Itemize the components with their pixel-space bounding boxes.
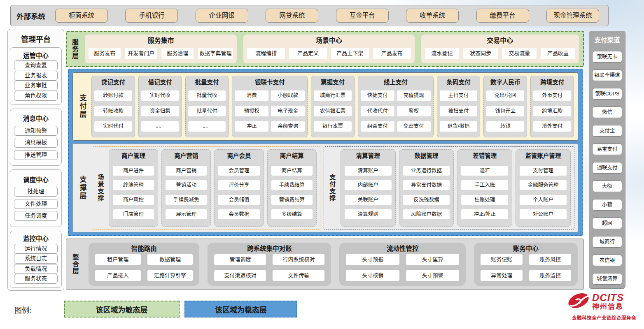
integration-item-button: 租户管理	[95, 254, 141, 265]
service-group-items: 流水登记状态同步交易流量产品收益	[425, 46, 575, 61]
integration-group-items: 租户管理数据管理产品接入汇路计算引擎	[95, 254, 193, 283]
integration-item-button: 行内系统核对	[273, 254, 324, 265]
support-item-button: 反洗钱数据	[403, 195, 450, 205]
external-system-button: 企业网银	[196, 9, 248, 23]
management-group-title: 监控中心	[12, 233, 59, 243]
service-item-button: 产品定义	[289, 48, 327, 59]
service-item-button: 流程编排	[247, 48, 285, 59]
integration-item-button: 头寸预报	[346, 254, 399, 265]
support-item-button: 评价分享	[218, 180, 259, 190]
management-group-title: 运管中心	[12, 50, 59, 60]
support-column-items: 支付管理金融服务管理个人账户对公账户	[518, 161, 568, 224]
payment-item-button: 外币支付	[533, 90, 571, 101]
management-item-button: 推送管理	[14, 150, 58, 160]
external-system-button: 手机银行	[125, 9, 178, 23]
payment-item-button: 转账付款	[94, 90, 132, 101]
integration-group-items: 头寸预报头寸匡算头寸核销头寸预警	[346, 254, 459, 283]
payment-support-label: 支付支撑	[327, 149, 337, 227]
support-item-button: 商户营销	[166, 166, 207, 176]
payment-item-button: 电子现金	[271, 106, 305, 116]
external-systems-bar: 外部系统 柜面系统手机银行企业网银网贷系统互金平台收单系统缴费平台现金管理系统	[10, 5, 609, 26]
payment-item-button: 批量代付	[188, 106, 226, 116]
support-item-button: 展示管理	[166, 209, 207, 219]
payment-column-items: 消费小额取款预授权电子现金冲正余额查询	[235, 88, 305, 134]
support-column: 商户营销商户营销营销活动手续费减免展示管理	[161, 149, 211, 227]
service-layer: 服务层 服务集市服务发布开发者门户服务治理数据字典管理场景中心流程编排产品定义产…	[66, 31, 584, 67]
integration-group: 跨系统集中对账管理调度行内系统核对支付渠道核对文件传输	[208, 243, 331, 286]
integration-item-button: 数据管理	[147, 254, 193, 265]
service-item-button: 产品上下架	[331, 48, 369, 59]
management-item-button: 批处理	[14, 187, 58, 197]
support-column: 清算管理清算账户内部账户关联账户清算规则	[341, 149, 396, 227]
payment-item-button: 鉴权	[397, 106, 431, 116]
support-item-button: 商户进件	[113, 166, 154, 176]
support-item-button: 冲正/补正	[461, 209, 508, 219]
support-column: 商户管理商户进件终端管理商户风控门店管理	[109, 149, 158, 227]
payment-item-button: 转钱	[486, 121, 524, 132]
service-item-button: 产品发布	[373, 48, 411, 59]
support-column: 数据管理业务运行数据异常支付数据反洗钱数据风险账户数据	[399, 149, 454, 227]
support-column-title: 商户结算	[270, 151, 314, 161]
payment-item-button: 退货/撤销	[440, 121, 478, 132]
management-item-button: 业务报表	[14, 71, 58, 81]
payment-channels-title: 支付渠道	[592, 35, 622, 44]
channel-button: 通联支付	[592, 162, 622, 174]
service-group: 交易中心流水登记状态同步交易流量产品收益	[421, 35, 579, 63]
management-item-button: 通知预警	[14, 126, 58, 136]
payment-column: 跨境支付外币支付跨境汇款境外支付	[530, 76, 574, 137]
stable-layer-container: 支付层 贷记支付转账付款转账收款实时代付借记支付实时代收资金归集。。批量支付批量…	[68, 69, 583, 236]
channel-button: 城银清算	[592, 273, 622, 285]
integration-groups: 智能路由租户管理数据管理产品接入汇路计算引擎跨系统集中对账管理调度行内系统核对支…	[89, 243, 578, 286]
payment-item-button: 消费	[235, 90, 268, 101]
management-platform-title: 管理平台	[10, 33, 62, 44]
payment-column-title: 线上支付	[361, 77, 431, 88]
payment-column-items: 城商行汇票农信银汇票银行本票	[314, 88, 352, 134]
integration-item-button: 头寸预警	[406, 270, 459, 281]
support-column: 商户会员会员管理评价分享会员储值会员数据	[214, 149, 264, 227]
support-item-button: 会员储值	[218, 195, 259, 205]
payment-layer: 支付层 贷记支付转账付款转账收款实时代付借记支付实时代收资金归集。。批量支付批量…	[72, 72, 578, 141]
payment-item-button: 免密支付	[397, 121, 431, 132]
management-item-button: 服务状态	[14, 274, 58, 284]
channel-button: 银联CUPS	[592, 88, 622, 100]
payment-column: 贷记支付转账付款转账收款实时代付	[91, 76, 135, 137]
payment-item-button: 预授权	[235, 106, 268, 116]
payment-column: 票据支付城商行汇票农信银汇票银行本票	[311, 76, 355, 137]
payment-column-title: 借记支付	[141, 77, 179, 88]
integration-layer: 整合层 智能路由租户管理数据管理产品接入汇路计算引擎跨系统集中对账管理调度行内系…	[66, 239, 584, 290]
payment-item-button: 代收代付	[361, 106, 394, 116]
scene-support-label: 场景支撑	[96, 149, 105, 227]
integration-group-items: 账务记账账务风控异常处理账务监控	[481, 254, 571, 283]
service-item-button: 交易流量	[502, 48, 537, 59]
service-group-title: 服务集市	[89, 36, 233, 46]
service-item-button: 状态同步	[463, 48, 498, 59]
integration-group: 智能路由租户管理数据管理产品接入汇路计算引擎	[89, 243, 199, 286]
management-item-button: 系统日志	[14, 254, 58, 264]
service-item-button: 服务治理	[161, 48, 194, 59]
support-item-button: 业务运行数据	[403, 166, 450, 176]
support-column-items: 业务运行数据异常支付数据反洗钱数据风险账户数据	[401, 161, 452, 224]
service-item-button: 流水登记	[425, 48, 460, 59]
support-item-button: 清算账户	[345, 166, 392, 176]
channel-button: 农信银	[592, 255, 622, 266]
support-column-items: 商户结算手续费结算营销费结算多级结算	[270, 161, 314, 224]
channel-button: 银联无卡	[592, 51, 622, 63]
payment-column-items: 转账付款转账收款实时代付	[94, 88, 132, 134]
channel-button: 大额	[592, 181, 622, 192]
integration-item-button: 头寸核销	[346, 270, 399, 281]
payment-item-button: 转账收款	[94, 106, 132, 116]
payment-item-button: 组合支付	[361, 121, 394, 132]
support-item-button: 异常支付数据	[403, 180, 450, 190]
payment-column-title: 贷记支付	[94, 77, 132, 88]
integration-layer-label: 整合层	[70, 243, 80, 286]
support-item-button: 门店管理	[113, 209, 154, 219]
support-item-button: 内部账户	[345, 180, 392, 190]
support-column-items: 商户进件终端管理商户风控门店管理	[111, 161, 156, 224]
support-item-button: 手续费结算	[271, 180, 313, 190]
service-item-button: 开发者门户	[125, 48, 157, 59]
service-group-title: 场景中心	[247, 36, 411, 46]
support-column-title: 商户营销	[164, 151, 208, 161]
integration-group-title: 流动性管控	[346, 243, 459, 254]
payment-column-items: 外币支付跨境汇款境外支付	[533, 88, 571, 134]
payment-item-button: 冲正	[235, 121, 268, 132]
